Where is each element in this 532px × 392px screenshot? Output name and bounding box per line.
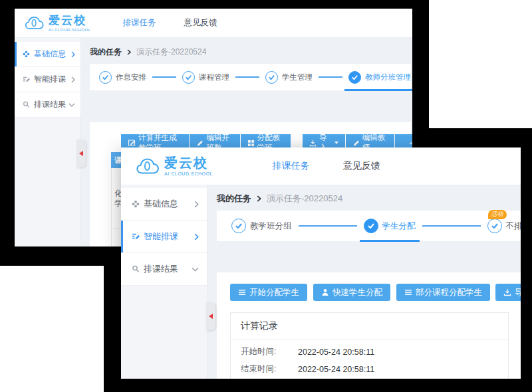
brand-subtitle: AI·CLOUD·SCHOOL [164, 171, 213, 176]
magnifier-icon [132, 265, 140, 273]
new-feature-badge: 活动 [488, 210, 507, 219]
sidebar-item-scheduling-results[interactable]: 排课结果 [15, 92, 80, 118]
export-icon [503, 288, 511, 296]
breadcrumb-arrow-icon [257, 195, 261, 202]
nav-feedback[interactable]: 意见反馈 [184, 17, 217, 29]
check-icon [231, 219, 246, 233]
sidebar-item-scheduling-results[interactable]: 排课结果 [121, 253, 207, 286]
export-button[interactable]: 导出 [495, 284, 521, 301]
step-connector [299, 225, 357, 227]
cloud-logo-icon [136, 157, 160, 175]
calculation-record-box: 计算记录 开始时间: 2022-05-24 20:58:11 结束时间: 202… [230, 312, 509, 379]
pencil-icon [352, 140, 360, 147]
steps-bar: 作息安排 课程管理 学生管理 教师分班管理 [90, 64, 411, 90]
main-area: 我的任务 演示任务-20220524 教学班分组 学生分配 [207, 185, 521, 379]
check-icon: 活动 [487, 219, 502, 233]
step-no-schedule-time[interactable]: 活动 不排课时间 [487, 219, 521, 233]
sidebar-item-label: 智能排课 [144, 231, 178, 243]
edit-square-icon [128, 139, 136, 147]
sidebar-collapse-handle[interactable] [76, 140, 86, 167]
record-row-end-time: 结束时间: 2022-05-24 20:58:11 [231, 357, 508, 375]
action-buttons-row: 开始分配学生 快速学生分配 部分课程分配学生 导出 [230, 284, 521, 301]
sidebar-item-label: 排课结果 [144, 263, 178, 275]
chevron-down-icon [68, 103, 75, 107]
step-course-management[interactable]: 课程管理 [182, 71, 229, 84]
sidebar-item-smart-scheduling[interactable]: 智能排课 [15, 67, 80, 92]
sidebar-collapse-handle[interactable] [206, 302, 215, 330]
chevron-right-icon [71, 76, 75, 83]
pencil-board-icon [23, 76, 30, 83]
chevron-right-icon [71, 51, 75, 58]
step-student-assignment[interactable]: 学生分配 [364, 219, 416, 233]
check-icon [265, 71, 278, 84]
import-icon [309, 140, 317, 147]
brand-logo[interactable]: 爱云校 AI·CLOUD·SCHOOL [136, 156, 213, 176]
front-app-window: 爱云校 AI·CLOUD·SCHOOL 排课任务 意见反馈 基础信息 智能排课 [121, 147, 521, 379]
sidebar-item-label: 智能排课 [34, 74, 66, 85]
top-nav: 排课任务 意见反馈 [273, 160, 380, 172]
brand-subtitle: AI·CLOUD·SCHOOL [49, 28, 91, 32]
step-schedule-setup[interactable]: 作息安排 [99, 71, 146, 84]
step-connector [319, 76, 342, 78]
check-icon [182, 71, 195, 84]
plus-icon [409, 140, 412, 147]
person-icon [321, 288, 329, 296]
record-title: 计算记录 [231, 313, 508, 340]
sidebar: 基础信息 智能排课 排课结果 [15, 38, 81, 246]
brand-logo[interactable]: 爱云校 AI·CLOUD·SCHOOL [25, 15, 91, 32]
start-assign-students-button[interactable]: 开始分配学生 [230, 284, 307, 301]
step-connector [422, 225, 481, 227]
breadcrumb-root[interactable]: 我的任务 [217, 193, 251, 205]
quick-assign-students-button[interactable]: 快速学生分配 [313, 284, 390, 301]
steps-bar: 教学班分组 学生分配 活动 不排课时间 [217, 211, 521, 241]
app-header: 爱云校 AI·CLOUD·SCHOOL 排课任务 意见反馈 [15, 9, 412, 38]
cloud-logo-icon [25, 15, 45, 31]
partial-course-assign-button[interactable]: 部分课程分配学生 [396, 284, 490, 301]
step-student-management[interactable]: 学生管理 [265, 71, 313, 84]
sidebar-item-smart-scheduling[interactable]: 智能排课 [121, 221, 207, 253]
check-icon [99, 71, 112, 84]
brand-name: 爱云校 [164, 156, 213, 169]
list-icon [404, 288, 412, 296]
magnifier-icon [23, 101, 30, 108]
nav-scheduling-tasks[interactable]: 排课任务 [123, 17, 156, 29]
content-card: 开始分配学生 快速学生分配 部分课程分配学生 导出 [217, 272, 521, 379]
list-icon [238, 288, 246, 296]
flower-icon [23, 50, 30, 58]
sidebar-item-label: 基础信息 [144, 198, 178, 210]
breadcrumb: 我的任务 演示任务-20220524 [90, 47, 412, 58]
grid-icon [247, 140, 255, 147]
pencil-icon [196, 140, 203, 147]
top-nav: 排课任务 意见反馈 [123, 17, 217, 29]
check-icon [348, 71, 361, 84]
step-teacher-class-management[interactable]: 教师分班管理 [348, 71, 411, 84]
step-connector [152, 76, 176, 78]
breadcrumb-arrow-icon [127, 49, 131, 55]
nav-feedback[interactable]: 意见反馈 [343, 160, 380, 172]
app-header: 爱云校 AI·CLOUD·SCHOOL 排课任务 意见反馈 [121, 147, 521, 185]
sidebar-item-label: 排课结果 [34, 99, 66, 110]
composite-canvas: 爱云校 AI·CLOUD·SCHOOL 排课任务 意见反馈 基础信息 智能排课 [0, 0, 532, 392]
record-row-result: 分配结果: 成功 [231, 375, 508, 379]
chevron-down-icon [192, 267, 199, 272]
pencil-board-icon [132, 233, 140, 241]
breadcrumb: 我的任务 演示任务-20220524 [217, 193, 521, 205]
breadcrumb-current: 演示任务-20220524 [267, 193, 342, 205]
chevron-right-icon [194, 201, 199, 208]
breadcrumb-root[interactable]: 我的任务 [90, 47, 122, 58]
check-icon [364, 219, 378, 233]
record-row-start-time: 开始时间: 2022-05-24 20:58:11 [231, 340, 508, 357]
brand-name: 爱云校 [49, 15, 91, 26]
collapse-left-arrow-icon [79, 151, 83, 156]
sidebar-item-basic-info[interactable]: 基础信息 [121, 188, 207, 221]
chevron-right-icon [194, 233, 199, 241]
sidebar-item-basic-info[interactable]: 基础信息 [15, 42, 80, 67]
step-class-grouping[interactable]: 教学班分组 [231, 219, 292, 233]
sidebar-item-label: 基础信息 [34, 49, 66, 60]
caret-down-icon [334, 142, 338, 144]
step-connector [235, 76, 259, 78]
breadcrumb-current: 演示任务-20220524 [136, 47, 206, 58]
window-body: 基础信息 智能排课 排课结果 我的任务 演示任务- [121, 185, 521, 379]
sidebar: 基础信息 智能排课 排课结果 [121, 185, 207, 379]
nav-scheduling-tasks[interactable]: 排课任务 [273, 160, 310, 172]
